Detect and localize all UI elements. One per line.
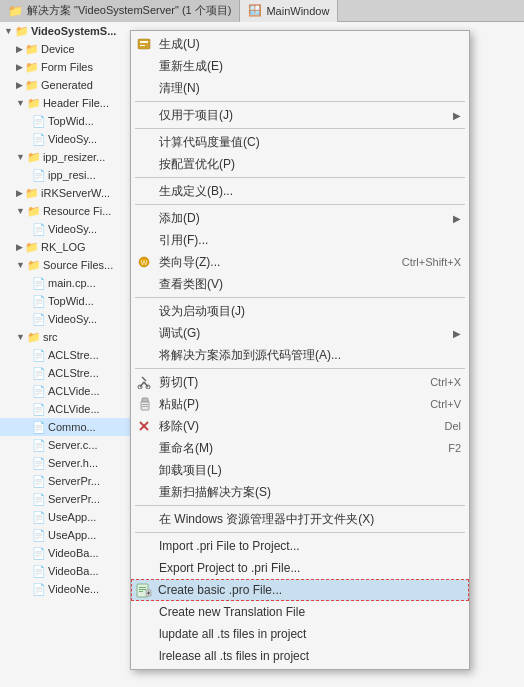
menu-label: lupdate all .ts files in project bbox=[159, 627, 306, 641]
tree-item-serverpr1[interactable]: 📄 ServerPr... bbox=[0, 472, 145, 490]
tree-item-topwid2[interactable]: 📄 TopWid... bbox=[0, 292, 145, 310]
menu-item-build[interactable]: 生成(U) bbox=[131, 33, 469, 55]
tree-item-ippresi[interactable]: 📄 ipp_resi... bbox=[0, 166, 145, 184]
tab-mainwindow-label: MainWindow bbox=[266, 5, 329, 17]
wizard-icon: W bbox=[135, 253, 153, 271]
svg-rect-19 bbox=[139, 591, 143, 592]
tree-item-serverh[interactable]: 📄 Server.h... bbox=[0, 454, 145, 472]
svg-line-9 bbox=[142, 377, 146, 381]
tree-item-videoba1[interactable]: 📄 VideoBa... bbox=[0, 544, 145, 562]
menu-item-open-folder[interactable]: 在 Windows 资源管理器中打开文件夹(X) bbox=[131, 508, 469, 530]
separator-8 bbox=[135, 532, 465, 533]
tree-item-generated[interactable]: ▶ 📁 Generated bbox=[0, 76, 145, 94]
tree-item-videone[interactable]: 📄 VideoNe... bbox=[0, 580, 145, 598]
file-icon: 📄 bbox=[32, 313, 46, 326]
tree-item-ippresizer[interactable]: ▼ 📁 ipp_resizer... bbox=[0, 148, 145, 166]
tree-label: TopWid... bbox=[48, 295, 94, 307]
menu-item-add[interactable]: 添加(D) ▶ bbox=[131, 207, 469, 229]
menu-item-set-startup[interactable]: 设为启动项目(J) bbox=[131, 300, 469, 322]
folder-icon: 📁 bbox=[25, 187, 39, 200]
menu-item-clean[interactable]: 清理(N) bbox=[131, 77, 469, 99]
tree-label: TopWid... bbox=[48, 115, 94, 127]
folder-icon: 📁 bbox=[25, 61, 39, 74]
tree-item-videosy2[interactable]: 📄 VideoSy... bbox=[0, 220, 145, 238]
menu-label: 清理(N) bbox=[159, 80, 200, 97]
tree-item-aclvide2[interactable]: 📄 ACLVide... bbox=[0, 400, 145, 418]
menu-item-cut[interactable]: 剪切(T) Ctrl+X bbox=[131, 371, 469, 393]
svg-rect-0 bbox=[138, 39, 150, 49]
tree-item-src[interactable]: ▼ 📁 src bbox=[0, 328, 145, 346]
tab-solution[interactable]: 📁 解决方案 "VideoSystemServer" (1 个项目) bbox=[0, 0, 240, 22]
menu-item-generate[interactable]: 生成定义(B)... bbox=[131, 180, 469, 202]
remove-icon bbox=[135, 417, 153, 435]
menu-item-profile[interactable]: 按配置优化(P) bbox=[131, 153, 469, 175]
tree-item-useapp1[interactable]: 📄 UseApp... bbox=[0, 508, 145, 526]
tree-item-formfiles[interactable]: ▶ 📁 Form Files bbox=[0, 58, 145, 76]
tree-item-serverc[interactable]: 📄 Server.c... bbox=[0, 436, 145, 454]
tree-item-headerfiles[interactable]: ▼ 📁 Header File... bbox=[0, 94, 145, 112]
tree-item-irkserver[interactable]: ▶ 📁 iRKServerW... bbox=[0, 184, 145, 202]
tree-item-videosy3[interactable]: 📄 VideoSy... bbox=[0, 310, 145, 328]
file-icon: 📄 bbox=[32, 349, 46, 362]
tree-item-useapp2[interactable]: 📄 UseApp... bbox=[0, 526, 145, 544]
menu-item-export-pri[interactable]: Export Project to .pri File... bbox=[131, 557, 469, 579]
menu-item-reference[interactable]: 引用(F)... bbox=[131, 229, 469, 251]
tree-label: ACLStre... bbox=[48, 367, 99, 379]
menu-label: 类向导(Z)... bbox=[159, 254, 220, 271]
tree-item-maincp[interactable]: 📄 main.cp... bbox=[0, 274, 145, 292]
menu-item-rename[interactable]: 重命名(M) F2 bbox=[131, 437, 469, 459]
separator-5 bbox=[135, 297, 465, 298]
tab-mainwindow[interactable]: 🪟 MainWindow bbox=[240, 0, 338, 22]
folder-icon: 📁 bbox=[25, 241, 39, 254]
menu-item-project-only[interactable]: 仅用于项目(J) ▶ bbox=[131, 104, 469, 126]
menu-item-paste[interactable]: 粘贴(P) Ctrl+V bbox=[131, 393, 469, 415]
menu-item-rebuild[interactable]: 重新生成(E) bbox=[131, 55, 469, 77]
tree-label: RK_LOG bbox=[41, 241, 86, 253]
menu-item-class-wizard[interactable]: W 类向导(Z)... Ctrl+Shift+X bbox=[131, 251, 469, 273]
menu-item-update-ts[interactable]: lupdate all .ts files in project bbox=[131, 623, 469, 645]
menu-item-remove[interactable]: 移除(V) Del bbox=[131, 415, 469, 437]
svg-rect-18 bbox=[139, 589, 146, 590]
menu-label: 仅用于项目(J) bbox=[159, 107, 233, 124]
file-icon: 📄 bbox=[32, 439, 46, 452]
menu-item-import-pri[interactable]: Import .pri File to Project... bbox=[131, 535, 469, 557]
context-menu: 生成(U) 重新生成(E) 清理(N) 仅用于项目(J) ▶ 计算代码度量值(C… bbox=[130, 30, 470, 670]
tree-item-aclvide1[interactable]: 📄 ACLVide... bbox=[0, 382, 145, 400]
submenu-arrow: ▶ bbox=[453, 213, 461, 224]
menu-item-create-pro[interactable]: Create basic .pro File... bbox=[131, 579, 469, 601]
tree-item-aclstre1[interactable]: 📄 ACLStre... bbox=[0, 346, 145, 364]
menu-item-unload[interactable]: 卸载项目(L) bbox=[131, 459, 469, 481]
tree-item-videosy1[interactable]: 📄 VideoSy... bbox=[0, 130, 145, 148]
svg-rect-13 bbox=[142, 406, 148, 407]
tree-item-device[interactable]: ▶ 📁 Device bbox=[0, 40, 145, 58]
folder-icon: 📁 bbox=[27, 205, 41, 218]
tree-item-rklog[interactable]: ▶ 📁 RK_LOG bbox=[0, 238, 145, 256]
menu-label: 在 Windows 资源管理器中打开文件夹(X) bbox=[159, 511, 374, 528]
tree-item-sourcefiles[interactable]: ▼ 📁 Source Files... bbox=[0, 256, 145, 274]
tree-item-resourcefi[interactable]: ▼ 📁 Resource Fi... bbox=[0, 202, 145, 220]
menu-item-reload-solution[interactable]: 重新扫描解决方案(S) bbox=[131, 481, 469, 503]
folder-icon: 📁 bbox=[27, 97, 41, 110]
tree-label: UseApp... bbox=[48, 529, 96, 541]
menu-item-calc-code[interactable]: 计算代码度量值(C) bbox=[131, 131, 469, 153]
menu-item-class-view[interactable]: 查看类图(V) bbox=[131, 273, 469, 295]
file-icon: 📄 bbox=[32, 421, 46, 434]
menu-item-add-to-source[interactable]: 将解决方案添加到源代码管理(A)... bbox=[131, 344, 469, 366]
folder-icon: 📁 bbox=[25, 79, 39, 92]
cut-icon bbox=[135, 373, 153, 391]
tree-item-commo[interactable]: 📄 Commo... bbox=[0, 418, 145, 436]
file-icon: 📄 bbox=[32, 583, 46, 596]
tree-item-topwid1[interactable]: 📄 TopWid... bbox=[0, 112, 145, 130]
tree-label: Device bbox=[41, 43, 75, 55]
menu-item-debug[interactable]: 调试(G) ▶ bbox=[131, 322, 469, 344]
tree-item-serverpr2[interactable]: 📄 ServerPr... bbox=[0, 490, 145, 508]
tree-label: Server.h... bbox=[48, 457, 98, 469]
tree-root[interactable]: ▼ 📁 VideoSystemS... bbox=[0, 22, 145, 40]
menu-item-release-ts[interactable]: lrelease all .ts files in project bbox=[131, 645, 469, 667]
menu-item-create-translation[interactable]: Create new Translation File bbox=[131, 601, 469, 623]
tree-item-videoba2[interactable]: 📄 VideoBa... bbox=[0, 562, 145, 580]
tree-label: Header File... bbox=[43, 97, 109, 109]
menu-label: 粘贴(P) bbox=[159, 396, 199, 413]
tree-label: ServerPr... bbox=[48, 493, 100, 505]
tree-item-aclstre2[interactable]: 📄 ACLStre... bbox=[0, 364, 145, 382]
